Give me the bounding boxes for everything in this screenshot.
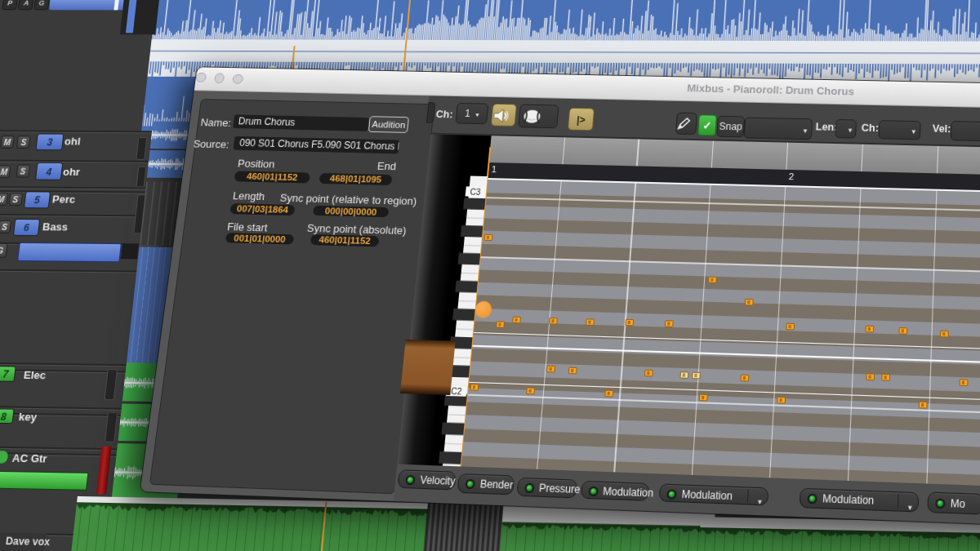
svg-text:C2: C2	[451, 386, 462, 397]
svg-text:C3: C3	[470, 187, 481, 197]
